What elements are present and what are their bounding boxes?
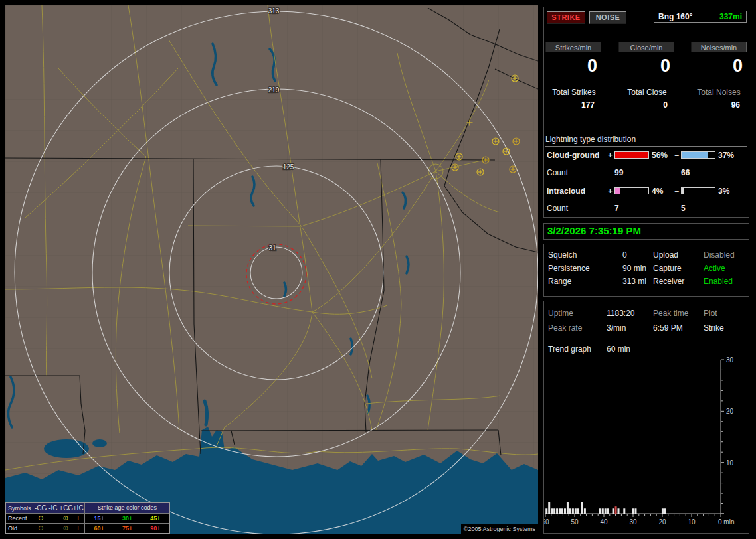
total-close-label: Total Close <box>617 88 677 97</box>
settings-row-range: Range 313 mi Receiver Enabled <box>544 275 749 288</box>
receiver-label: Receiver <box>653 275 684 288</box>
peak-rate-label: Peak rate <box>548 321 582 335</box>
strikes-per-min-value: 0 <box>545 56 601 77</box>
svg-text:10: 10 <box>688 518 696 526</box>
ic-negative-bar <box>681 187 715 194</box>
strike-stats-panel: STRIKE NOISE Bng 160° 337mi Strikes/min … <box>543 7 749 218</box>
ic-negative-count: 5 <box>681 204 686 213</box>
squelch-label: Squelch <box>548 248 577 262</box>
noises-per-min-value: 0 <box>691 56 747 77</box>
plus-sign: + <box>608 151 613 160</box>
legend-neg-ic-header: -IC <box>47 504 59 513</box>
settings-row-squelch: Squelch 0 Upload Disabled <box>544 248 749 262</box>
squelch-value: 0 <box>622 248 627 262</box>
distribution-title: Lightning type distribution <box>545 135 747 147</box>
legend-neg-cg-header: -CG <box>35 504 47 513</box>
cg-negative-bar <box>681 151 715 159</box>
stats-row-2: Peak rate 3/min 6:59 PM Strike <box>544 321 749 335</box>
pos-cg-icon: ⊕ <box>59 514 72 523</box>
uptime-value: 1183:20 <box>607 307 635 320</box>
bearing-readout: Bng 160° 337mi <box>654 11 747 23</box>
total-close-value: 0 <box>618 100 674 110</box>
peak-rate-value: 3/min <box>607 321 626 335</box>
strike-mode-button[interactable]: STRIKE <box>547 11 585 24</box>
age-code-60: 60+ <box>85 524 113 533</box>
range-value: 313 mi <box>622 275 646 288</box>
legend-row-recent: Recent ⊖ − ⊕ + 15+ 30+ 45+ <box>6 513 169 523</box>
bearing-label: Bng 160° <box>658 12 692 21</box>
plot-value: Strike <box>704 321 724 335</box>
capture-status: Active <box>704 262 725 275</box>
svg-text:50: 50 <box>571 518 579 526</box>
legend-age-title: Strike age color codes <box>84 503 169 513</box>
range-label-125: 125 <box>283 163 294 171</box>
trend-graph-row: Trend graph 60 min <box>544 343 749 356</box>
trend-graph-label: Trend graph <box>548 343 591 356</box>
cloud-ground-row: Cloud-ground + 56% − 37% <box>544 151 749 160</box>
app-window: 313 219 125 31 Symbols -CG -IC +CG +IC S… <box>0 0 756 539</box>
peak-time-value: 6:59 PM <box>653 321 683 335</box>
upload-label: Upload <box>653 248 678 262</box>
settings-row-persistence: Persistence 90 min Capture Active <box>544 262 749 275</box>
cg-positive-bar <box>614 151 649 159</box>
pos-cg-old-icon: ⊕ <box>59 524 72 533</box>
total-strikes-label: Total Strikes <box>544 88 604 97</box>
count-label: Count <box>547 168 568 177</box>
peak-time-label: Peak time <box>653 307 688 320</box>
ic-positive-pct: 4% <box>652 187 663 196</box>
svg-text:60: 60 <box>544 518 549 526</box>
lightning-map[interactable]: 313 219 125 31 <box>5 5 538 534</box>
age-code-45: 45+ <box>142 514 169 523</box>
cloud-ground-count-row: Count 99 66 <box>544 168 749 177</box>
legend-recent-label: Recent <box>6 514 35 523</box>
intracloud-row: Intracloud + 4% − 3% <box>544 187 749 196</box>
legend-pos-cg-header: +CG <box>59 504 72 513</box>
cg-negative-count: 66 <box>681 168 690 177</box>
ic-positive-bar <box>614 187 649 194</box>
bearing-distance: 337mi <box>719 12 742 21</box>
cg-positive-count: 99 <box>614 168 623 177</box>
neg-ic-old-icon: − <box>47 524 60 533</box>
intracloud-label: Intracloud <box>547 187 585 196</box>
close-per-min-label: Close/min <box>618 42 674 52</box>
legend-old-label: Old <box>6 524 35 533</box>
plot-label: Plot <box>704 307 717 320</box>
cg-positive-pct: 56% <box>652 151 668 160</box>
noise-mode-button[interactable]: NOISE <box>589 11 626 24</box>
cloud-ground-label: Cloud-ground <box>547 151 599 160</box>
persistence-value: 90 min <box>622 262 646 275</box>
datetime-display: 3/2/2026 7:35:19 PM <box>544 224 749 238</box>
pos-ic-icon: + <box>72 514 84 523</box>
total-noises-label: Total Noises <box>689 88 749 97</box>
minus-sign: − <box>674 151 679 160</box>
map-view[interactable]: 313 219 125 31 Symbols -CG -IC +CG +IC S… <box>5 5 538 534</box>
count-label: Count <box>547 204 568 213</box>
ic-negative-pct: 3% <box>718 187 729 196</box>
strikes-per-min-label: Strikes/min <box>545 42 601 52</box>
svg-text:20: 20 <box>658 518 666 526</box>
trend-panel: Uptime 1183:20 Peak time Plot Peak rate … <box>543 301 749 534</box>
age-code-75: 75+ <box>113 524 141 533</box>
range-label-219: 219 <box>268 86 280 94</box>
legend-row-old: Old ⊖ − ⊕ + 60+ 75+ 90+ <box>6 523 169 533</box>
capture-label: Capture <box>653 262 682 275</box>
range-label: Range <box>548 275 571 288</box>
svg-text:30: 30 <box>629 518 637 526</box>
uptime-label: Uptime <box>548 307 573 320</box>
svg-text:0 min: 0 min <box>718 518 734 526</box>
range-label-313: 313 <box>268 7 280 15</box>
copyright-text: ©2005 Astrogenic Systems <box>461 524 538 534</box>
trend-chart: 3020106050403020100 min <box>544 357 749 532</box>
clock-panel: 3/2/2026 7:35:19 PM <box>543 223 749 240</box>
pos-ic-old-icon: + <box>72 524 84 533</box>
svg-text:10: 10 <box>726 459 734 467</box>
age-code-30: 30+ <box>113 514 141 523</box>
cg-negative-pct: 37% <box>718 151 734 160</box>
total-noises-value: 96 <box>691 100 747 110</box>
legend-header: Symbols -CG -IC +CG +IC Strike age color… <box>6 503 169 513</box>
receiver-status: Enabled <box>704 275 733 288</box>
range-label-31: 31 <box>268 244 276 252</box>
age-code-15: 15+ <box>85 514 113 523</box>
legend-pos-ic-header: +IC <box>72 504 84 513</box>
close-per-min-value: 0 <box>618 56 674 77</box>
